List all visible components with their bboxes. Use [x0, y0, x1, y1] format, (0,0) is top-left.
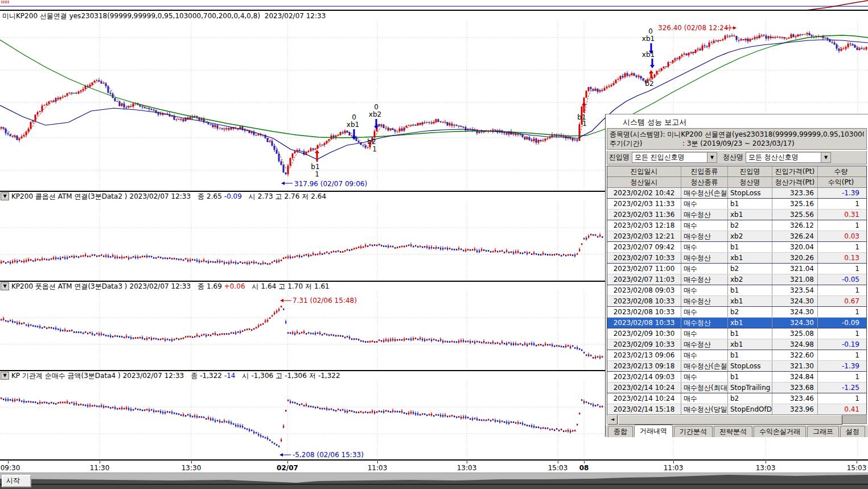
tab-기간분석[interactable]: 기간분석	[674, 426, 713, 437]
trade-date-cell: 2023/02/13 09:06	[607, 350, 681, 360]
scroll-left-icon[interactable]: ◄	[607, 415, 618, 425]
low-label: 저	[305, 282, 312, 291]
svg-text:0: 0	[648, 27, 653, 35]
tab-설정[interactable]: 설정	[840, 426, 865, 437]
trade-type-cell: 매수	[681, 393, 728, 404]
chart-navigator[interactable]	[0, 472, 868, 484]
table-row[interactable]: 2023/02/09 10:33매수청산xb1324.98-0.19	[607, 339, 866, 350]
axis-tick	[673, 461, 674, 463]
svg-text:7.31 (02/06 15:48): 7.31 (02/06 15:48)	[293, 297, 357, 305]
trade-signal-cell: b2	[728, 393, 772, 404]
tab-전략분석[interactable]: 전략분석	[714, 426, 752, 437]
table-row[interactable]: 2023/02/03 11:36매수청산xb1325.560.31	[607, 209, 866, 220]
axis-label: 09:30	[1, 464, 20, 472]
trade-signal-cell: xb2	[728, 274, 772, 285]
table-row[interactable]: 2023/02/13 09:18매수청산(손절StopLoss321.30-1.…	[607, 361, 866, 372]
table-row[interactable]: 2023/02/08 10:33매수청산xb1324.30-0.09	[607, 318, 866, 328]
column-header: 진입가격(Pt)	[772, 166, 818, 176]
svg-text:b1: b1	[311, 163, 319, 171]
trade-price-cell: 325.16	[772, 199, 818, 209]
trade-value-cell: 1	[818, 307, 864, 317]
trade-value-cell: 1	[818, 220, 864, 231]
trade-type-cell: 매수청산(당일	[681, 404, 728, 414]
open-value: -1,306	[252, 372, 274, 380]
table-row[interactable]: 2023/02/03 12:21매수청산xb2326.240.03	[607, 231, 866, 242]
svg-text:xb2: xb2	[369, 110, 381, 118]
start-button[interactable]: 시작	[2, 475, 31, 487]
report-info-box: 종목명(시스템명) : 미니KP200 선물연결(yes230318(99999…	[607, 128, 867, 150]
table-row[interactable]: 2023/02/14 10:24매수b2323.461	[607, 393, 866, 404]
trade-signal-cell: xb2	[728, 231, 772, 241]
table-row[interactable]: 2023/02/08 10:33매수b2324.301	[607, 307, 866, 318]
trade-price-cell: 324.30	[772, 318, 818, 328]
trade-type-cell: 매수청산	[681, 231, 728, 241]
time-axis: 09:3011:3013:3002/0711:0313:0315:030811:…	[0, 461, 868, 472]
trade-date-cell: 2023/02/09 10:30	[607, 328, 681, 339]
table-row[interactable]: 2023/02/08 09:03매수b1323.541	[607, 285, 866, 296]
axis-tick	[377, 461, 378, 463]
close-label: 종	[198, 282, 204, 291]
trade-value-cell: 1	[818, 285, 864, 295]
axis-label: 13:30	[182, 464, 201, 472]
trade-value-cell: 1	[818, 328, 864, 339]
chevron-down-icon[interactable]: ▼	[1, 192, 9, 200]
chevron-down-icon[interactable]: ▼	[1, 282, 9, 290]
trade-price-cell: 323.96	[772, 404, 818, 414]
chevron-down-icon[interactable]: ▼	[707, 153, 717, 162]
table-row[interactable]: 2023/02/14 10:24매수청산(최대StopTrailing323.6…	[607, 383, 866, 393]
tab-그래프[interactable]: 그래프	[807, 426, 839, 437]
trade-type-cell: 매수	[681, 220, 728, 231]
table-horizontal-scrollbar[interactable]: ◄	[607, 414, 867, 424]
exit-signal-select[interactable]: 모든 청산신호명 ▼	[746, 152, 831, 163]
axis-tick	[467, 461, 467, 463]
tab-거래내역[interactable]: 거래내역	[634, 425, 673, 437]
table-row[interactable]: 2023/02/14 15:18매수청산(당일StopEndOfDa323.96…	[607, 404, 866, 415]
scrollbar-thumb[interactable]	[618, 415, 842, 425]
axis-tick	[558, 461, 558, 463]
entry-signal-select[interactable]: 모든 진입신호명 ▼	[632, 152, 717, 163]
trade-date-cell: 2023/02/03 12:18	[607, 220, 681, 231]
trade-price-cell: 325.08	[772, 328, 818, 339]
trade-type-cell: 매수	[681, 285, 728, 295]
trade-signal-cell: b2	[728, 220, 772, 231]
table-row[interactable]: 2023/02/07 11:00매수b2321.041	[607, 264, 866, 274]
exit-filter-label: 청산명	[723, 153, 743, 162]
trade-type-cell: 매수청산(손절	[681, 361, 728, 371]
table-row[interactable]: 2023/02/07 11:03매수청산xb2321.08-0.05	[607, 274, 866, 285]
tab-수익손실거래[interactable]: 수익손실거래	[754, 426, 806, 437]
chevron-down-icon[interactable]: ▼	[821, 153, 830, 162]
table-row[interactable]: 2023/02/09 10:30매수b1325.081	[607, 328, 866, 339]
open-label: 시	[252, 282, 259, 291]
trade-value-cell: 0.03	[818, 231, 864, 241]
trade-signal-cell: xb1	[728, 339, 772, 350]
trade-value-cell: 1	[818, 393, 864, 404]
trade-type-cell: 매수청산(손절	[681, 188, 728, 198]
table-row[interactable]: 2023/02/08 10:33매수청산xb1324.300.67	[607, 296, 866, 307]
low-value: 1.61	[314, 282, 330, 290]
table-row[interactable]: 2023/02/07 10:33매수청산xb1320.260.13	[607, 253, 866, 264]
table-row[interactable]: 2023/02/14 09:03매수b1324.841	[607, 372, 866, 383]
table-row[interactable]: 2023/02/13 09:06매수b1322.601	[607, 350, 866, 361]
trade-value-cell: 1	[818, 350, 864, 360]
trade-price-cell: 324.84	[772, 372, 818, 382]
trade-price-cell: 322.60	[772, 350, 818, 360]
trade-price-cell: 323.36	[772, 188, 818, 198]
table-row[interactable]: 2023/02/03 11:33매수b1325.161	[607, 199, 866, 209]
table-row[interactable]: 2023/02/03 12:18매수b2326.121	[607, 220, 866, 231]
call-chart-header: ▼ KP200 콜옵션 ATM 연결(3분Data2 ) 2023/02/07 …	[0, 192, 603, 201]
table-row[interactable]: 2023/02/02 10:42매수청산(손절StopLoss323.36-1.…	[607, 188, 866, 199]
table-row[interactable]: 2023/02/07 09:42매수b1320.041	[607, 242, 866, 253]
tab-종합[interactable]: 종합	[608, 426, 633, 437]
trade-value-cell: -1.25	[818, 383, 864, 393]
axis-tick	[857, 461, 857, 463]
scrollbar-track[interactable]	[842, 415, 866, 424]
trade-signal-cell: b2	[728, 264, 772, 274]
put-chart-datetime: 2023/02/07 12:33	[130, 282, 191, 290]
trade-date-cell: 2023/02/08 10:33	[607, 307, 681, 317]
trade-signal-cell: StopEndOfDa	[728, 404, 772, 414]
trade-value-cell: 1	[818, 372, 864, 382]
high-label: 고	[278, 282, 285, 291]
change-value: +0.06	[224, 282, 245, 290]
trade-signal-cell: xb1	[728, 253, 772, 263]
chevron-down-icon[interactable]: ▼	[1, 372, 9, 380]
